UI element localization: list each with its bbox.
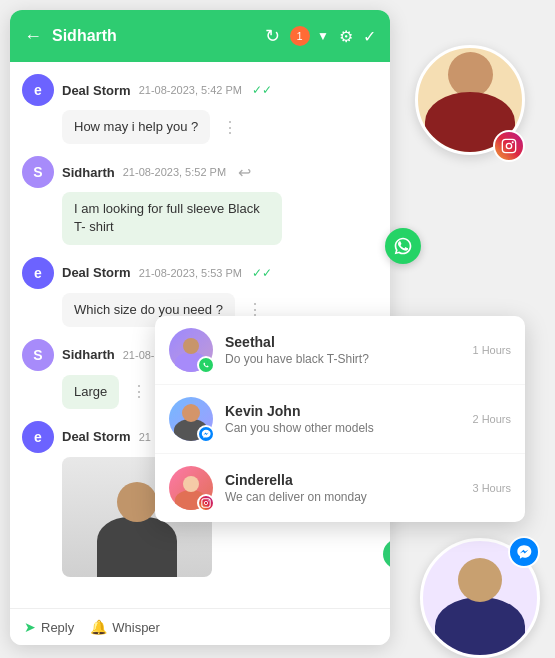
chat-footer: ➤ Reply 🔔 Whisper	[10, 608, 390, 645]
whisper-icon: 🔔	[90, 619, 107, 635]
message-bubble: How may i help you ?	[62, 110, 210, 144]
message-sender: Sidharth	[62, 347, 115, 362]
platform-badge-whatsapp	[197, 356, 215, 374]
conversation-item[interactable]: Kevin John Can you show other models 2 H…	[155, 385, 525, 454]
message-bubble: I am looking for full sleeve Black T- sh…	[62, 192, 282, 244]
conversation-content: Cinderella We can deliver on monday	[225, 472, 460, 504]
message-time: 21-08-2023, 5:53 PM	[139, 267, 242, 279]
reply-label: Reply	[41, 620, 74, 635]
conversation-time: 1 Hours	[472, 344, 511, 356]
message-sender: Sidharth	[62, 165, 115, 180]
confirm-button[interactable]: ✓	[363, 27, 376, 46]
reply-icon: ➤	[24, 619, 36, 635]
message-sender: Deal Storm	[62, 265, 131, 280]
conversation-name: Cinderella	[225, 472, 460, 488]
svg-rect-0	[502, 139, 515, 152]
conversation-time: 2 Hours	[472, 413, 511, 425]
message-time: 21	[139, 431, 151, 443]
message-group: S Sidharth 21-08-2023, 5:52 PM ↩ I am lo…	[22, 156, 378, 244]
whisper-label: Whisper	[112, 620, 160, 635]
message-tick: ✓✓	[252, 83, 272, 97]
conversation-name: Kevin John	[225, 403, 460, 419]
avatar: e	[22, 74, 54, 106]
avatar: S	[22, 156, 54, 188]
svg-point-1	[506, 143, 511, 148]
message-more[interactable]: ⋮	[131, 382, 147, 401]
messenger-badge	[508, 536, 540, 568]
message-bubble: Large	[62, 375, 119, 409]
whatsapp-icon	[385, 228, 421, 264]
whisper-button[interactable]: 🔔 Whisper	[90, 619, 160, 635]
conversation-item[interactable]: Seethal Do you have black T-Shirt? 1 Hou…	[155, 316, 525, 385]
platform-badge-instagram	[197, 494, 215, 512]
download-button[interactable]: ⬇	[383, 539, 390, 569]
message-tick: ✓✓	[252, 266, 272, 280]
chat-header: ← Sidharth ↻ 1 ▼ ⚙ ✓	[10, 10, 390, 62]
avatar: S	[22, 339, 54, 371]
message-sender: Deal Storm	[62, 83, 131, 98]
reply-icon[interactable]: ↩	[238, 163, 251, 182]
conversations-dropdown: Seethal Do you have black T-Shirt? 1 Hou…	[155, 316, 525, 522]
avatar: e	[22, 421, 54, 453]
conversation-preview: Do you have black T-Shirt?	[225, 352, 460, 366]
svg-rect-3	[202, 499, 210, 507]
conversation-content: Kevin John Can you show other models	[225, 403, 460, 435]
instagram-badge	[493, 130, 525, 162]
settings-button[interactable]: ⚙	[339, 27, 353, 46]
platform-badge-messenger	[197, 425, 215, 443]
avatar: e	[22, 257, 54, 289]
svg-point-4	[204, 501, 207, 504]
conversation-content: Seethal Do you have black T-Shirt?	[225, 334, 460, 366]
chat-title: Sidharth	[52, 27, 255, 45]
svg-point-2	[512, 141, 514, 143]
back-button[interactable]: ←	[24, 26, 42, 47]
conversation-time: 3 Hours	[472, 482, 511, 494]
message-more[interactable]: ⋮	[222, 118, 238, 137]
header-actions: ↻ 1 ▼ ⚙ ✓	[265, 25, 376, 47]
conversation-name: Seethal	[225, 334, 460, 350]
message-sender: Deal Storm	[62, 429, 131, 444]
conversation-preview: Can you show other models	[225, 421, 460, 435]
svg-point-5	[208, 500, 209, 501]
badge-button[interactable]: 1 ▼	[290, 26, 329, 46]
conversation-preview: We can deliver on monday	[225, 490, 460, 504]
refresh-button[interactable]: ↻	[265, 25, 280, 47]
conversation-item[interactable]: Cinderella We can deliver on monday 3 Ho…	[155, 454, 525, 522]
message-time: 21-08-2023, 5:42 PM	[139, 84, 242, 96]
message-time: 21-08-2023, 5:52 PM	[123, 166, 226, 178]
message-group: e Deal Storm 21-08-2023, 5:42 PM ✓✓ How …	[22, 74, 378, 144]
reply-button[interactable]: ➤ Reply	[24, 619, 74, 635]
